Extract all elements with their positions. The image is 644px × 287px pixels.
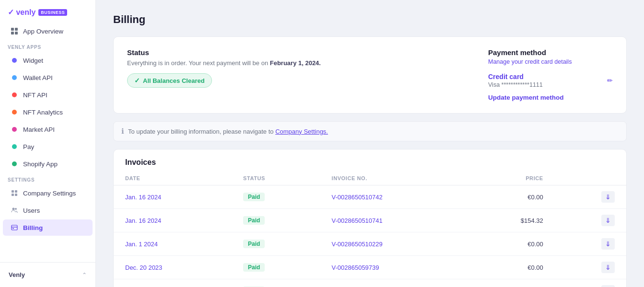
status-title: Status bbox=[127, 48, 321, 57]
sidebar-item-users[interactable]: Users bbox=[3, 202, 93, 218]
svg-rect-2 bbox=[12, 194, 14, 196]
invoice-number-2: V-0028650510229 bbox=[320, 232, 465, 256]
table-row: Nov. 1 2023 Paid V-002865058007 €0.00 ⇓ bbox=[114, 279, 626, 287]
sidebar-item-users-label: Users bbox=[23, 207, 40, 214]
table-row: Dec. 20 2023 Paid V-002865059739 €0.00 ⇓ bbox=[114, 256, 626, 279]
invoice-download-1: ⇓ bbox=[555, 209, 626, 232]
invoice-price-4: €0.00 bbox=[465, 279, 554, 287]
invoices-section: Invoices DATE STATUS INVOICE NO. PRICE J… bbox=[113, 149, 627, 287]
company-settings-link[interactable]: Company Settings. bbox=[275, 128, 328, 135]
sidebar-item-company-settings[interactable]: Company Settings bbox=[3, 185, 93, 201]
app-overview-label: App Overview bbox=[23, 28, 63, 35]
invoice-number-1: V-0028650510741 bbox=[320, 209, 465, 232]
sidebar-item-nft-api[interactable]: NFT API bbox=[3, 87, 93, 103]
sidebar-item-market-api-label: Market API bbox=[23, 126, 55, 133]
sidebar: ✓ venly BUSINESS App Overview VENLY APPS… bbox=[0, 0, 96, 287]
payment-method-title: Payment method bbox=[488, 48, 613, 57]
invoice-download-2: ⇓ bbox=[555, 232, 626, 256]
download-button-3[interactable]: ⇓ bbox=[601, 262, 615, 273]
invoice-price-1: $154.32 bbox=[465, 209, 554, 232]
badge-text: All Balances Cleared bbox=[143, 77, 205, 84]
status-payment-card: Status Everything is in order. Your next… bbox=[113, 36, 627, 114]
sidebar-item-nft-analytics-label: NFT Analytics bbox=[23, 109, 63, 116]
col-invoice-no: INVOICE NO. bbox=[320, 172, 465, 185]
sidebar-item-company-settings-label: Company Settings bbox=[23, 190, 76, 197]
svg-point-4 bbox=[12, 208, 15, 210]
paid-badge-0: Paid bbox=[243, 193, 265, 201]
users-icon bbox=[11, 207, 18, 214]
col-status: STATUS bbox=[232, 172, 320, 185]
billing-icon bbox=[11, 224, 18, 231]
shopify-app-icon bbox=[11, 160, 18, 168]
company-settings-icon bbox=[11, 189, 18, 197]
svg-point-5 bbox=[15, 208, 17, 210]
invoice-date-0: Jan. 16 2024 bbox=[114, 185, 232, 209]
download-button-2[interactable]: ⇓ bbox=[601, 238, 615, 250]
info-icon: ℹ bbox=[121, 127, 124, 136]
invoice-status-1: Paid bbox=[232, 209, 320, 232]
widget-icon bbox=[11, 57, 18, 64]
col-download bbox=[555, 172, 626, 185]
invoice-date-4: Nov. 1 2023 bbox=[114, 279, 232, 287]
sidebar-item-shopify-app[interactable]: Shopify App bbox=[3, 156, 93, 172]
info-banner: ℹ To update your billing information, pl… bbox=[113, 121, 627, 141]
table-header: DATE STATUS INVOICE NO. PRICE bbox=[114, 172, 626, 185]
invoice-link-2[interactable]: V-0028650510229 bbox=[331, 241, 382, 248]
sidebar-item-billing[interactable]: Billing bbox=[3, 219, 93, 236]
nft-analytics-icon bbox=[11, 108, 18, 116]
sidebar-item-pay-label: Pay bbox=[23, 143, 34, 150]
invoice-link-1[interactable]: V-0028650510741 bbox=[331, 217, 382, 224]
wallet-api-icon bbox=[11, 74, 18, 81]
invoice-date-1: Jan. 16 2024 bbox=[114, 209, 232, 232]
svg-rect-1 bbox=[15, 190, 17, 193]
invoices-table: DATE STATUS INVOICE NO. PRICE Jan. 16 20… bbox=[114, 172, 626, 287]
invoices-table-wrap: DATE STATUS INVOICE NO. PRICE Jan. 16 20… bbox=[114, 172, 626, 287]
settings-section-label: SETTINGS bbox=[0, 172, 95, 184]
invoice-link-3[interactable]: V-002865059739 bbox=[331, 264, 379, 271]
sidebar-item-app-overview[interactable]: App Overview bbox=[3, 23, 93, 39]
download-button-0[interactable]: ⇓ bbox=[601, 191, 615, 203]
col-price: PRICE bbox=[465, 172, 554, 185]
invoices-body: Jan. 16 2024 Paid V-0028650510742 €0.00 … bbox=[114, 185, 626, 287]
sidebar-item-billing-label: Billing bbox=[23, 224, 43, 231]
manage-link-text: Manage your credit card details bbox=[488, 58, 613, 65]
download-button-1[interactable]: ⇓ bbox=[601, 215, 615, 226]
edit-card-icon[interactable]: ✏ bbox=[607, 77, 613, 84]
invoices-title: Invoices bbox=[125, 158, 615, 167]
sidebar-item-nft-analytics[interactable]: NFT Analytics bbox=[3, 104, 93, 120]
invoice-price-3: €0.00 bbox=[465, 256, 554, 279]
paid-badge-2: Paid bbox=[243, 240, 265, 248]
manage-link[interactable]: Manage your credit card details bbox=[488, 58, 572, 65]
download-button-4[interactable]: ⇓ bbox=[601, 285, 615, 287]
credit-card-info: Credit card Visa ************1111 bbox=[488, 73, 543, 88]
sidebar-bottom: Venly ⌃ bbox=[0, 262, 95, 287]
sidebar-item-nft-api-label: NFT API bbox=[23, 92, 47, 99]
invoice-status-2: Paid bbox=[232, 232, 320, 256]
sidebar-item-widget[interactable]: Widget bbox=[3, 52, 93, 69]
card-number: Visa ************1111 bbox=[488, 81, 543, 88]
table-row: Jan. 16 2024 Paid V-0028650510742 €0.00 … bbox=[114, 185, 626, 209]
sidebar-item-market-api[interactable]: Market API bbox=[3, 121, 93, 138]
all-balances-cleared-badge: ✓ All Balances Cleared bbox=[127, 73, 212, 88]
update-payment-method-link[interactable]: Update payment method bbox=[488, 94, 564, 101]
invoice-status-0: Paid bbox=[232, 185, 320, 209]
main-content: Billing Status Everything is in order. Y… bbox=[96, 0, 644, 287]
nft-api-icon bbox=[11, 91, 18, 99]
apps-section-label: VENLY APPS bbox=[0, 40, 95, 52]
logo-area: ✓ venly BUSINESS bbox=[0, 0, 95, 23]
logo: ✓ venly BUSINESS bbox=[8, 8, 67, 17]
grid-icon bbox=[11, 27, 18, 35]
status-section: Status Everything is in order. Your next… bbox=[127, 48, 321, 88]
sidebar-item-pay[interactable]: Pay bbox=[3, 138, 93, 155]
pay-icon bbox=[11, 143, 18, 150]
invoice-number-4: V-002865058007 bbox=[320, 279, 465, 287]
invoice-link-0[interactable]: V-0028650510742 bbox=[331, 194, 382, 201]
svg-rect-7 bbox=[12, 228, 14, 229]
market-api-icon bbox=[11, 126, 18, 133]
logo-venly-text: ✓ venly bbox=[8, 8, 35, 17]
svg-rect-6 bbox=[12, 225, 17, 230]
workspace-selector[interactable]: Venly ⌃ bbox=[3, 267, 93, 282]
paid-badge-1: Paid bbox=[243, 216, 265, 225]
sidebar-item-wallet-api[interactable]: Wallet API bbox=[3, 69, 93, 86]
invoice-price-2: €0.00 bbox=[465, 232, 554, 256]
